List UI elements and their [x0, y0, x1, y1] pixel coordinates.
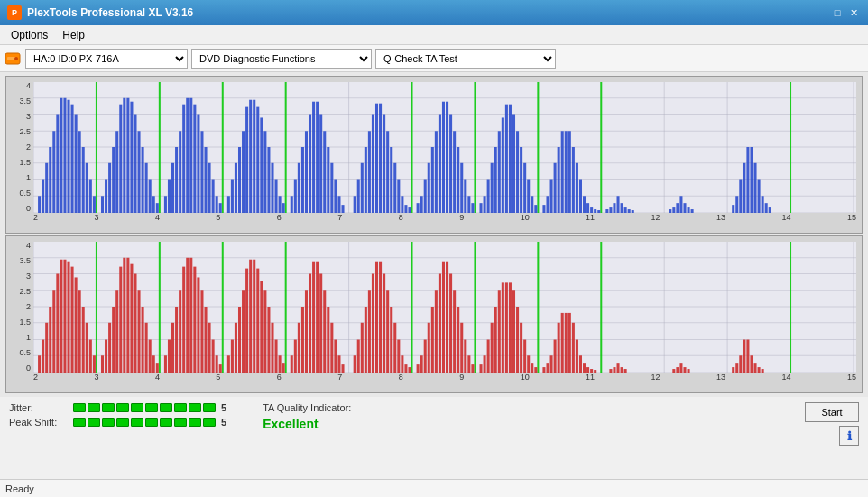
svg-rect-152 — [512, 115, 515, 213]
svg-rect-161 — [550, 180, 553, 213]
svg-rect-368 — [572, 323, 575, 373]
svg-rect-96 — [301, 147, 304, 213]
svg-rect-259 — [164, 355, 167, 373]
led-6 — [145, 403, 158, 412]
svg-rect-135 — [449, 115, 452, 213]
svg-rect-193 — [739, 180, 742, 213]
svg-rect-317 — [383, 274, 385, 373]
svg-rect-168 — [572, 147, 575, 213]
svg-rect-127 — [424, 180, 427, 213]
ps-led-2 — [88, 418, 100, 427]
menu-help[interactable]: Help — [55, 27, 92, 43]
menu-options[interactable]: Options — [4, 27, 55, 43]
chart-top-x-axis: 2 3 4 5 6 7 8 9 10 11 12 13 14 15 — [33, 213, 856, 229]
svg-rect-258 — [156, 363, 159, 373]
svg-rect-44 — [108, 163, 111, 213]
app-icon: P — [7, 5, 22, 20]
ps-led-6 — [145, 418, 158, 427]
svg-rect-364 — [561, 313, 564, 373]
svg-rect-121 — [397, 180, 400, 213]
svg-rect-263 — [179, 290, 181, 373]
led-9 — [189, 403, 201, 412]
svg-rect-286 — [260, 281, 263, 373]
svg-rect-357 — [531, 363, 533, 373]
chart-bottom-area — [33, 242, 856, 373]
peak-shift-value: 5 — [221, 417, 226, 428]
svg-rect-158 — [534, 205, 537, 213]
svg-rect-134 — [446, 102, 448, 213]
peak-shift-row: Peak Shift: 5 — [9, 417, 226, 428]
svg-rect-313 — [372, 274, 374, 373]
svg-rect-340 — [467, 355, 470, 373]
svg-rect-99 — [312, 102, 315, 213]
ps-led-3 — [102, 418, 115, 427]
svg-rect-309 — [357, 340, 360, 373]
svg-rect-179 — [617, 196, 620, 213]
svg-rect-353 — [516, 307, 519, 373]
start-button[interactable]: Start — [805, 402, 859, 422]
svg-rect-108 — [354, 196, 356, 213]
svg-rect-387 — [739, 355, 742, 373]
svg-rect-76 — [227, 196, 230, 213]
ta-section: TA Quality Indicator: Excellent — [263, 402, 351, 431]
svg-rect-136 — [453, 131, 456, 213]
svg-rect-80 — [242, 131, 245, 213]
charts-container: 4 3.5 3 2.5 2 1.5 1 0.5 0 — [0, 72, 868, 397]
svg-rect-257 — [152, 355, 155, 373]
svg-rect-351 — [509, 282, 512, 373]
minimize-button[interactable]: — — [814, 6, 828, 19]
close-button[interactable]: ✕ — [846, 6, 861, 19]
jitter-row: Jitter: 5 — [9, 402, 226, 413]
svg-rect-198 — [754, 163, 757, 213]
ps-led-7 — [160, 418, 172, 427]
svg-rect-325 — [417, 364, 420, 373]
svg-rect-305 — [334, 340, 337, 373]
svg-rect-64 — [182, 105, 185, 213]
svg-rect-106 — [337, 196, 340, 213]
jitter-led-bar — [73, 403, 216, 412]
led-3 — [102, 403, 115, 412]
svg-rect-111 — [365, 147, 367, 213]
svg-rect-254 — [142, 307, 144, 373]
svg-rect-199 — [758, 180, 761, 213]
svg-rect-34 — [67, 100, 69, 213]
svg-rect-37 — [78, 131, 81, 213]
svg-rect-281 — [245, 269, 248, 373]
drive-select[interactable]: HA:0 ID:0 PX-716A — [25, 49, 188, 69]
svg-rect-43 — [105, 180, 107, 213]
svg-rect-69 — [197, 115, 199, 213]
maximize-button[interactable]: □ — [830, 6, 845, 19]
svg-rect-301 — [319, 274, 322, 373]
svg-rect-56 — [149, 180, 152, 213]
svg-rect-347 — [498, 290, 501, 373]
test-select[interactable]: Q-Check TA Test — [375, 49, 556, 69]
function-select[interactable]: DVD Diagnostic Functions — [191, 49, 372, 69]
svg-rect-27 — [45, 163, 48, 213]
svg-rect-149 — [505, 105, 508, 213]
svg-rect-356 — [527, 355, 530, 373]
svg-rect-252 — [134, 274, 136, 373]
svg-rect-280 — [242, 290, 245, 373]
svg-rect-261 — [171, 323, 174, 373]
peak-shift-led-bar — [73, 418, 216, 427]
svg-rect-170 — [579, 180, 582, 213]
svg-rect-42 — [101, 196, 104, 213]
svg-rect-282 — [249, 260, 252, 373]
svg-rect-90 — [275, 180, 278, 213]
svg-rect-119 — [390, 147, 392, 213]
info-button[interactable]: ℹ — [839, 426, 859, 446]
svg-rect-235 — [71, 267, 74, 373]
svg-rect-171 — [583, 196, 586, 213]
ps-led-5 — [131, 418, 143, 427]
svg-rect-164 — [561, 131, 564, 213]
svg-rect-52 — [134, 115, 136, 213]
svg-rect-142 — [480, 203, 483, 213]
svg-rect-388 — [743, 340, 745, 373]
svg-rect-118 — [386, 131, 389, 213]
svg-rect-77 — [231, 180, 234, 213]
svg-rect-36 — [75, 115, 78, 213]
svg-rect-327 — [424, 340, 427, 373]
svg-rect-335 — [449, 274, 452, 373]
svg-point-2 — [14, 57, 18, 60]
svg-rect-194 — [743, 163, 745, 213]
